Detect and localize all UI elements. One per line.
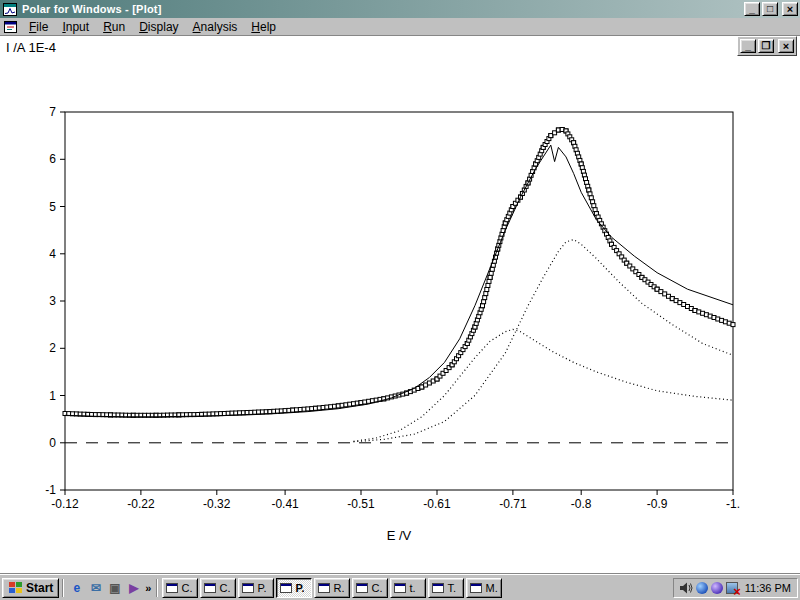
plot-client-area: _ ❐ × I /A 1E-4 -101234567-0.12-0.22-0.3… bbox=[0, 36, 800, 574]
svg-text:6: 6 bbox=[49, 152, 56, 166]
taskbar-button-0[interactable]: C. bbox=[162, 578, 198, 598]
svg-text:-0.8: -0.8 bbox=[571, 497, 592, 511]
window-icon bbox=[432, 583, 444, 593]
window-icon bbox=[394, 583, 406, 593]
menu-item-input[interactable]: Input bbox=[55, 19, 96, 35]
taskbar-button-3[interactable]: P. bbox=[276, 578, 312, 598]
close-button[interactable]: × bbox=[782, 2, 798, 16]
svg-text:-0.22: -0.22 bbox=[127, 497, 155, 511]
taskbar-button-5[interactable]: C. bbox=[352, 578, 388, 598]
taskbar-button-2[interactable]: P. bbox=[238, 578, 274, 598]
quick-launch-overflow-chevron[interactable]: » bbox=[143, 582, 153, 594]
start-button[interactable]: Start bbox=[2, 578, 59, 598]
taskbar-button-label: R. bbox=[333, 582, 344, 594]
menu: FileInputRunDisplayAnalysisHelp bbox=[22, 19, 283, 35]
show-desktop-icon[interactable]: ▣ bbox=[105, 578, 124, 597]
taskbar-button-label: C. bbox=[181, 582, 192, 594]
plot-document-icon[interactable] bbox=[2, 20, 18, 34]
minimize-button[interactable]: _ bbox=[744, 2, 760, 16]
volume-icon[interactable] bbox=[679, 581, 693, 595]
window-icon bbox=[280, 583, 292, 593]
taskbar-button-6[interactable]: t. bbox=[390, 578, 426, 598]
window-icon bbox=[204, 583, 216, 593]
maximize-button[interactable]: □ bbox=[762, 2, 778, 16]
taskbar-button-label: C. bbox=[371, 582, 382, 594]
svg-text:-1: -1 bbox=[45, 483, 56, 497]
svg-text:0: 0 bbox=[49, 436, 56, 450]
svg-text:3: 3 bbox=[49, 294, 56, 308]
menu-item-run[interactable]: Run bbox=[96, 19, 132, 35]
taskbar-divider bbox=[62, 579, 64, 597]
taskbar-button-label: T. bbox=[447, 582, 456, 594]
window-icon bbox=[166, 583, 178, 593]
internet-explorer-icon[interactable]: e bbox=[67, 578, 86, 597]
window-icon bbox=[470, 583, 482, 593]
menu-item-file[interactable]: File bbox=[22, 19, 55, 35]
plot-canvas: -101234567-0.12-0.22-0.32-0.41-0.51-0.61… bbox=[0, 36, 800, 574]
taskbar-button-label: C. bbox=[219, 582, 230, 594]
taskbar-button-4[interactable]: R. bbox=[314, 578, 350, 598]
outlook-express-icon[interactable]: ✉ bbox=[86, 578, 105, 597]
quick-launch-bar: e✉▣▶ bbox=[67, 578, 143, 597]
menu-item-analysis[interactable]: Analysis bbox=[186, 19, 245, 35]
taskbar-divider bbox=[156, 579, 158, 597]
window-controls: _ □ × bbox=[744, 2, 798, 16]
menu-item-help[interactable]: Help bbox=[244, 19, 283, 35]
window-icon bbox=[318, 583, 330, 593]
media-player-icon[interactable]: ▶ bbox=[124, 578, 143, 597]
menu-item-display[interactable]: Display bbox=[132, 19, 185, 35]
connection-icon[interactable] bbox=[696, 582, 708, 594]
system-tray: 11:36 PM bbox=[673, 578, 798, 598]
svg-text:1: 1 bbox=[49, 389, 56, 403]
svg-text:2: 2 bbox=[49, 341, 56, 355]
svg-text:-1.: -1. bbox=[726, 497, 740, 511]
svg-text:7: 7 bbox=[49, 105, 56, 119]
svg-text:-0.61: -0.61 bbox=[423, 497, 451, 511]
taskbar-button-label: P. bbox=[295, 582, 304, 594]
svg-text:-0.9: -0.9 bbox=[647, 497, 668, 511]
taskbar: Start e✉▣▶ » C.C.P.P.R.C.t.T.M. 11:36 PM bbox=[0, 574, 800, 600]
window-icon bbox=[242, 583, 254, 593]
windows-logo-icon bbox=[8, 581, 23, 594]
taskbar-button-label: M. bbox=[485, 582, 497, 594]
svg-text:-0.71: -0.71 bbox=[499, 497, 527, 511]
application-window: Polar for Windows - [Plot] _ □ × FileInp… bbox=[0, 0, 800, 600]
app-icon[interactable] bbox=[2, 2, 18, 16]
taskbar-clock[interactable]: 11:36 PM bbox=[742, 582, 791, 594]
taskbar-button-8[interactable]: M. bbox=[466, 578, 502, 598]
taskbar-button-label: t. bbox=[409, 582, 415, 594]
svg-text:-0.51: -0.51 bbox=[347, 497, 375, 511]
network-offline-icon[interactable] bbox=[726, 582, 738, 594]
svg-text:-0.41: -0.41 bbox=[271, 497, 299, 511]
taskbar-button-7[interactable]: T. bbox=[428, 578, 464, 598]
svg-text:E /V: E /V bbox=[387, 528, 412, 543]
menubar: FileInputRunDisplayAnalysisHelp bbox=[0, 18, 800, 36]
polar-app-icon bbox=[3, 3, 17, 16]
tray-icon-area bbox=[679, 581, 738, 595]
svg-text:-0.12: -0.12 bbox=[51, 497, 79, 511]
svg-text:-0.32: -0.32 bbox=[203, 497, 231, 511]
window-title: Polar for Windows - [Plot] bbox=[18, 3, 744, 15]
titlebar: Polar for Windows - [Plot] _ □ × bbox=[0, 0, 800, 18]
window-icon bbox=[356, 583, 368, 593]
task-button-area: C.C.P.P.R.C.t.T.M. bbox=[161, 578, 503, 598]
taskbar-button-1[interactable]: C. bbox=[200, 578, 236, 598]
document-icon bbox=[4, 21, 17, 33]
svg-text:5: 5 bbox=[49, 200, 56, 214]
svg-text:4: 4 bbox=[49, 247, 56, 261]
start-label: Start bbox=[26, 581, 53, 595]
taskbar-button-label: P. bbox=[257, 582, 266, 594]
connection-2-icon[interactable] bbox=[711, 582, 723, 594]
